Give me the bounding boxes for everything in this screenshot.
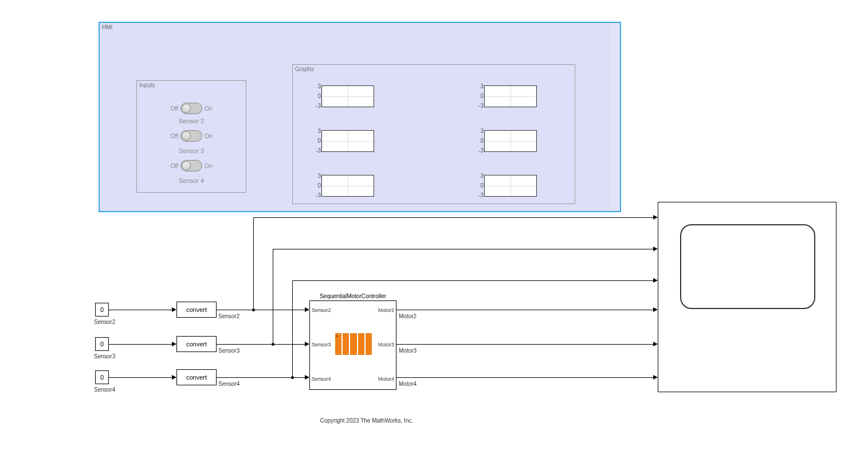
signal-line <box>253 217 254 310</box>
plc-icon <box>335 333 372 355</box>
convert-text: convert <box>186 374 207 381</box>
signal-line <box>292 280 654 281</box>
arrow-icon <box>305 375 309 380</box>
arrow-icon <box>305 307 309 312</box>
toggle-switch-sensor3[interactable] <box>180 130 202 142</box>
signal-line <box>273 249 273 344</box>
signal-label-motor3: Motor3 <box>399 347 417 354</box>
toggle-knob <box>182 104 191 113</box>
arrow-icon <box>172 307 176 312</box>
sensor-label-2: Sensor 2 <box>137 118 246 124</box>
toggle-off-label: Off <box>171 163 178 169</box>
constant-label: Sensor2 <box>94 319 115 325</box>
arrow-icon <box>172 375 176 380</box>
hmi-panel[interactable]: HMI Inputs Off On Sensor 2 Off On Sensor… <box>99 22 621 212</box>
mini-graph-4[interactable]: 30-3 <box>484 130 537 152</box>
toggle-off-label: Off <box>171 133 178 139</box>
output-port-motor2: Motor2 <box>378 307 394 313</box>
scope-screen-icon <box>680 224 815 309</box>
arrow-icon <box>653 247 658 251</box>
graph-ticks: 30-3 <box>313 84 321 109</box>
input-port-sensor4: Sensor4 <box>312 376 331 382</box>
hmi-title: HMI <box>102 24 112 30</box>
signal-line <box>109 344 174 345</box>
toggle-on-label: On <box>205 163 212 169</box>
convert-text: convert <box>186 306 207 313</box>
signal-line <box>109 310 174 310</box>
inputs-title: Inputs <box>139 82 155 88</box>
controller-title: SequentialMotorController <box>310 293 396 299</box>
toggle-on-label: On <box>205 133 212 139</box>
constant-block-sensor2[interactable]: 0 <box>95 303 109 317</box>
model-canvas[interactable]: HMI Inputs Off On Sensor 2 Off On Sensor… <box>0 0 868 457</box>
mini-graph-1[interactable]: 30-3 <box>321 85 374 107</box>
mini-graph-6[interactable]: 30-3 <box>484 175 537 197</box>
toggle-row-sensor4: Off On <box>137 160 246 171</box>
signal-line <box>292 280 293 377</box>
toggle-row-sensor2: Off On <box>137 103 246 114</box>
signal-line <box>273 249 654 249</box>
constant-block-sensor3[interactable]: 0 <box>95 337 109 351</box>
signal-label-motor2: Motor2 <box>399 313 417 319</box>
arrow-icon <box>172 342 176 346</box>
signal-line <box>109 377 174 378</box>
inputs-panel: Inputs Off On Sensor 2 Off On Sensor 3 O… <box>136 80 246 193</box>
signal-line <box>253 217 654 218</box>
constant-label: Sensor4 <box>94 386 115 393</box>
toggle-knob <box>182 131 191 140</box>
scope-block[interactable] <box>658 202 836 392</box>
toggle-on-label: On <box>205 106 212 112</box>
output-port-motor3: Motor3 <box>378 342 394 347</box>
constant-value: 0 <box>100 306 104 313</box>
constant-value: 0 <box>100 374 104 381</box>
arrow-icon <box>305 342 309 346</box>
graph-ticks: 30-3 <box>476 128 484 154</box>
convert-out-label: Sensor3 <box>218 347 239 354</box>
graph-ticks: 30-3 <box>313 128 321 154</box>
convert-block-sensor4[interactable]: convert <box>176 369 217 385</box>
signal-line <box>396 310 654 310</box>
graphs-panel: Graphs 30-3 30-3 30-3 30-3 30-3 30-3 <box>292 64 575 204</box>
toggle-switch-sensor4[interactable] <box>180 160 202 171</box>
arrow-icon <box>653 342 658 346</box>
constant-value: 0 <box>100 341 104 347</box>
mini-graph-3[interactable]: 30-3 <box>321 130 374 152</box>
output-port-motor4: Motor4 <box>378 376 394 382</box>
graph-ticks: 30-3 <box>476 84 484 109</box>
toggle-switch-sensor2[interactable] <box>180 103 202 114</box>
hmi-selection-edge <box>610 23 620 211</box>
signal-line <box>217 310 307 310</box>
mini-graph-5[interactable]: 30-3 <box>321 175 374 197</box>
toggle-row-sensor3: Off On <box>137 130 246 142</box>
signal-line <box>396 377 654 378</box>
controller-block[interactable]: SequentialMotorController Sensor2 Sensor… <box>309 300 396 390</box>
convert-out-label: Sensor4 <box>218 381 239 387</box>
graph-ticks: 30-3 <box>476 173 484 198</box>
graphs-title: Graphs <box>295 66 314 72</box>
convert-text: convert <box>186 341 207 347</box>
convert-block-sensor2[interactable]: convert <box>176 302 217 318</box>
input-port-sensor3: Sensor3 <box>312 342 331 347</box>
arrow-icon <box>653 278 658 283</box>
mini-graph-2[interactable]: 30-3 <box>484 85 537 107</box>
constant-block-sensor4[interactable]: 0 <box>95 370 109 384</box>
arrow-icon <box>653 375 658 380</box>
signal-label-motor4: Motor4 <box>399 381 417 387</box>
arrow-icon <box>653 307 658 312</box>
signal-line <box>217 344 307 345</box>
arrow-icon <box>653 215 658 220</box>
convert-out-label: Sensor2 <box>218 313 239 319</box>
input-port-sensor2: Sensor2 <box>312 307 331 313</box>
copyright-text: Copyright 2023 The MathWorks, Inc. <box>0 417 733 424</box>
toggle-knob <box>182 161 191 170</box>
signal-line <box>396 344 654 345</box>
graph-ticks: 30-3 <box>313 173 321 198</box>
sensor-label-3: Sensor 3 <box>137 147 246 154</box>
toggle-off-label: Off <box>171 106 178 112</box>
sensor-label-4: Sensor 4 <box>137 177 246 184</box>
convert-block-sensor3[interactable]: convert <box>176 336 217 352</box>
constant-label: Sensor3 <box>94 353 115 360</box>
